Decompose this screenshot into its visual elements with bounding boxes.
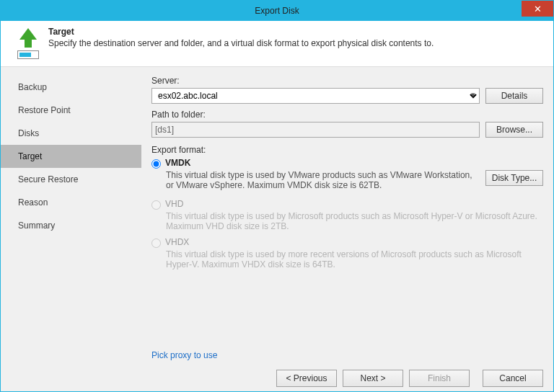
path-input[interactable] [151, 122, 480, 138]
format-radio-vhd [151, 200, 161, 210]
cancel-button[interactable]: Cancel [483, 370, 543, 387]
sidebar-item-restore-point[interactable]: Restore Point [1, 99, 141, 122]
wizard-sidebar: Backup Restore Point Disks Target Secure… [1, 67, 141, 365]
titlebar: Export Disk ✕ [1, 1, 553, 21]
export-disk-window: Export Disk ✕ Target Specify the destina… [0, 0, 554, 392]
format-label-vmdk: VMDK [165, 158, 190, 168]
page-subtitle: Specify the destination server and folde… [48, 38, 543, 48]
disk-type-button[interactable]: Disk Type... [485, 170, 543, 186]
sidebar-item-backup[interactable]: Backup [1, 76, 141, 99]
disk-icon [17, 50, 39, 59]
wizard-header: Target Specify the destination server an… [1, 21, 553, 67]
pick-proxy-link[interactable]: Pick proxy to use [151, 350, 217, 360]
sidebar-item-target[interactable]: Target [1, 145, 141, 168]
sidebar-item-reason[interactable]: Reason [1, 191, 141, 214]
target-icon [12, 27, 44, 59]
sidebar-item-disks[interactable]: Disks [1, 122, 141, 145]
finish-button: Finish [409, 370, 470, 387]
export-format-label: Export format: [151, 145, 543, 155]
window-title: Export Disk [255, 6, 299, 16]
details-button[interactable]: Details [485, 88, 543, 104]
format-label-vhd: VHD [165, 199, 183, 209]
close-icon: ✕ [534, 4, 542, 14]
previous-button[interactable]: < Previous [276, 370, 337, 387]
close-button[interactable]: ✕ [522, 1, 553, 17]
format-desc-vhd: This virtual disk type is used by Micros… [166, 211, 543, 231]
sidebar-item-secure-restore[interactable]: Secure Restore [1, 168, 141, 191]
sidebar-item-summary[interactable]: Summary [1, 214, 141, 237]
wizard-body: Backup Restore Point Disks Target Secure… [1, 67, 553, 365]
server-select[interactable]: esx02.abc.local [151, 88, 480, 104]
wizard-content: Server: esx02.abc.local Details Path to … [141, 67, 553, 365]
format-radio-vmdk[interactable] [151, 159, 161, 169]
format-desc-vhdx: This virtual disk type is used by more r… [166, 249, 543, 270]
next-button[interactable]: Next > [343, 370, 403, 387]
format-label-vhdx: VHDX [165, 237, 189, 247]
browse-button[interactable]: Browse... [485, 122, 543, 138]
path-label: Path to folder: [151, 110, 543, 120]
format-desc-vmdk: This virtual disk type is used by VMware… [166, 170, 480, 190]
wizard-footer: < Previous Next > Finish Cancel [1, 365, 553, 392]
format-radio-vhdx [151, 239, 161, 248]
server-label: Server: [151, 76, 543, 86]
page-title: Target [48, 27, 543, 37]
